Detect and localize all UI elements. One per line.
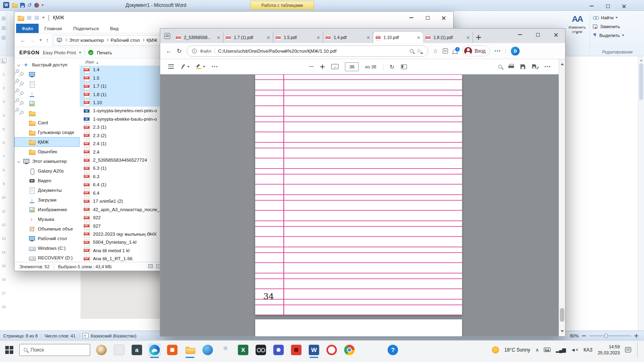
sidebar-item[interactable]: Изображения bbox=[14, 99, 29, 108]
zoom-icon[interactable] bbox=[410, 49, 413, 53]
pdf-contents-icon[interactable] bbox=[168, 64, 174, 69]
fit-to-width-icon[interactable]: ↔ bbox=[331, 64, 339, 69]
bing-icon[interactable]: b bbox=[511, 47, 520, 56]
details-view-icon[interactable] bbox=[148, 264, 153, 268]
close-tab-icon[interactable] bbox=[267, 36, 270, 39]
notifications-bell-icon[interactable]: 1 bbox=[453, 49, 457, 53]
change-styles-button[interactable]: АА Изменить стили bbox=[566, 14, 589, 41]
keyboard-icon[interactable] bbox=[544, 348, 551, 352]
close-tab-icon[interactable] bbox=[217, 36, 220, 39]
close-tab-icon[interactable] bbox=[317, 36, 320, 39]
browser-tab[interactable]: 1.5.pdf bbox=[273, 32, 323, 43]
save-icon[interactable] bbox=[520, 64, 525, 69]
pdf-viewer[interactable]: 34 bbox=[160, 74, 565, 336]
word-scroll-thumb[interactable] bbox=[639, 64, 643, 100]
pdf-scrollbar[interactable] bbox=[559, 59, 565, 336]
browser-tab[interactable]: 2_53958558... bbox=[173, 32, 223, 43]
reload-icon[interactable]: ↻ bbox=[177, 47, 182, 55]
sidebar-item[interactable]: Видео bbox=[14, 176, 80, 185]
zoom-out-icon[interactable] bbox=[309, 66, 314, 67]
redo-icon[interactable] bbox=[34, 3, 39, 8]
sign-in-button[interactable]: Вход bbox=[462, 45, 490, 56]
page-view-icon[interactable] bbox=[401, 64, 407, 69]
favorites-icon[interactable]: ☆ bbox=[433, 48, 438, 54]
address-url[interactable]: C:/Users/uchit/OneDrive/Рабочий%20стол/Қ… bbox=[218, 49, 407, 53]
maximize-button[interactable] bbox=[529, 29, 547, 41]
sidebar-item[interactable]: Card bbox=[14, 118, 80, 128]
maximize-button[interactable] bbox=[600, 1, 616, 11]
minimize-button[interactable] bbox=[511, 29, 529, 41]
close-tab-icon[interactable] bbox=[417, 36, 420, 39]
ruler-tab-selector[interactable] bbox=[1, 58, 6, 64]
up-button[interactable]: ↑ bbox=[46, 37, 49, 43]
recent-locations-icon[interactable] bbox=[39, 39, 42, 42]
new-tab-button[interactable] bbox=[476, 35, 481, 40]
page-number-input[interactable]: 36 bbox=[345, 62, 359, 71]
sidebar-item[interactable]: Рабочий стол bbox=[14, 234, 80, 243]
browser-tab[interactable]: 1.7 (1).pdf bbox=[223, 32, 273, 43]
zoom-out-icon[interactable] bbox=[582, 335, 586, 336]
network-icon[interactable]: ▂▄▆ bbox=[556, 347, 566, 353]
browser-tab[interactable]: 1.10.pdf bbox=[373, 32, 423, 43]
clock[interactable]: 14:59 25.03.2023 bbox=[598, 344, 620, 356]
table-tools-context-tab[interactable]: Работа с таблицами bbox=[250, 1, 314, 10]
sidebar-item[interactable]: Загрузки bbox=[14, 89, 29, 99]
epson-print-icon[interactable] bbox=[88, 50, 93, 55]
page-indicator[interactable]: Страница: 8 из 8 bbox=[3, 333, 38, 338]
replace-button[interactable]: Заменить bbox=[593, 22, 642, 31]
close-button[interactable] bbox=[616, 1, 632, 11]
scroll-up-icon[interactable] bbox=[561, 62, 564, 65]
weather-sun-icon[interactable] bbox=[492, 346, 499, 354]
find-button[interactable]: Найти bbox=[593, 13, 642, 22]
draw-tool-button[interactable] bbox=[180, 64, 190, 69]
qat-more-icon[interactable] bbox=[41, 4, 44, 7]
print-icon[interactable] bbox=[508, 64, 514, 69]
ribbon-tab[interactable]: Файл bbox=[16, 24, 39, 33]
sidebar-item[interactable]: Быстрый доступ bbox=[14, 60, 80, 70]
settings-menu-icon[interactable] bbox=[495, 50, 501, 52]
forward-button[interactable]: → bbox=[30, 37, 35, 43]
zoom-in-icon[interactable] bbox=[320, 64, 325, 69]
minimize-button[interactable] bbox=[403, 12, 419, 23]
ribbon-tab[interactable]: Вид bbox=[105, 24, 124, 33]
sidebar-item[interactable]: Документы bbox=[14, 185, 80, 195]
explorer-qat-icon[interactable] bbox=[27, 16, 31, 20]
sidebar-item[interactable]: Этот компьютер bbox=[14, 156, 80, 166]
epson-print-button[interactable]: Печать bbox=[97, 50, 112, 55]
sidebar-item[interactable]: Гульжанар сөзде bbox=[14, 128, 80, 137]
epson-menu-icon[interactable] bbox=[79, 52, 81, 55]
language-indicator[interactable]: Казахский (Казахстан) bbox=[91, 333, 136, 338]
tab-actions-icon[interactable] bbox=[164, 33, 170, 39]
rotate-icon[interactable]: ↻ bbox=[390, 64, 394, 70]
pdf-scroll-thumb[interactable] bbox=[560, 308, 564, 322]
back-button[interactable]: ← bbox=[20, 37, 26, 43]
undo-icon[interactable]: ↺ bbox=[27, 2, 32, 8]
expand-chevron-icon[interactable] bbox=[17, 63, 20, 66]
start-button[interactable] bbox=[4, 345, 14, 355]
browser-tab[interactable]: 1.4.pdf bbox=[323, 32, 373, 43]
proofing-status-icon[interactable]: × bbox=[83, 333, 89, 338]
highlight-tool-button[interactable] bbox=[196, 64, 205, 69]
zoom-slider-thumb[interactable] bbox=[605, 334, 608, 338]
zoom-level[interactable]: 80% bbox=[570, 333, 579, 338]
more-tools-icon[interactable] bbox=[212, 66, 218, 68]
scroll-down-icon[interactable] bbox=[561, 330, 564, 334]
folder-icon[interactable] bbox=[12, 2, 17, 8]
hidden-icons-chevron[interactable]: ∧ bbox=[535, 347, 539, 353]
word-scrollbar[interactable] bbox=[638, 56, 644, 331]
select-button[interactable]: Выделить bbox=[593, 31, 642, 40]
close-button[interactable] bbox=[436, 12, 452, 23]
back-icon[interactable]: ← bbox=[166, 47, 172, 54]
sidebar-item[interactable]: Рабочий стол bbox=[14, 70, 29, 79]
close-button[interactable] bbox=[547, 29, 565, 41]
sidebar-item[interactable]: Galaxy A20s bbox=[14, 166, 80, 176]
sidebar-item[interactable]: Загрузки bbox=[14, 195, 80, 205]
sidebar-item[interactable]: Музыка bbox=[14, 214, 80, 224]
breadcrumb-segment[interactable]: Рабочий стол bbox=[111, 38, 144, 43]
save-as-icon[interactable] bbox=[532, 64, 538, 70]
sidebar-item[interactable]: ҚМЖ bbox=[14, 137, 80, 147]
zoom-in-icon[interactable] bbox=[634, 334, 638, 338]
minimize-button[interactable] bbox=[584, 1, 600, 11]
sidebar-item[interactable]: Изображения bbox=[14, 205, 80, 214]
sidebar-item[interactable]: RECOVERY (D:) bbox=[14, 253, 80, 262]
